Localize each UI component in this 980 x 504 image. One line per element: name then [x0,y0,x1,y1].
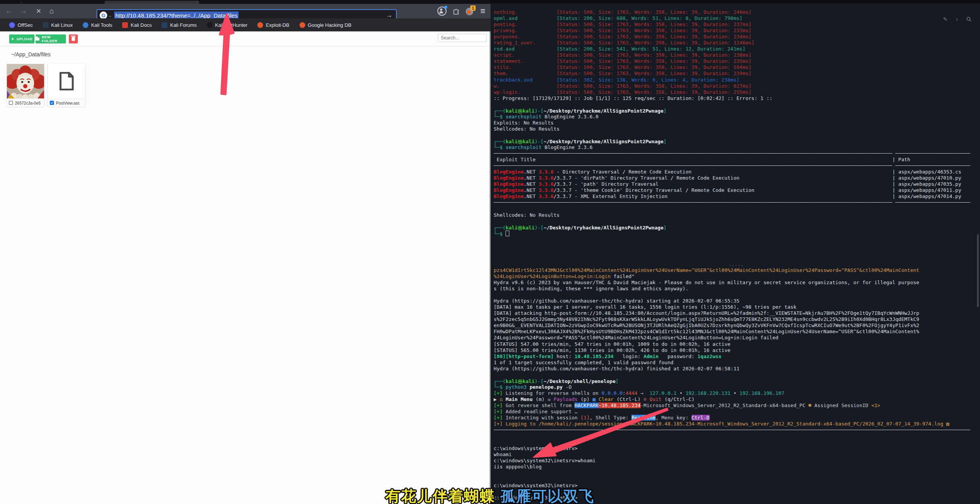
divider [0,46,490,46]
terminal-line: s (this is non-binding, these *** ignore… [494,286,978,292]
file-card[interactable]: ✓PostView.asc [48,64,85,106]
terminal-text: ⊘ [643,396,650,402]
bookmark-exploit-db[interactable]: Exploit-DB [257,22,289,28]
account-notification-dot [444,6,447,9]
terminal-text: • [730,390,739,396]
bookmark-kali-docs[interactable]: Kali Docs [122,22,152,28]
chevron-right-icon[interactable]: › [956,16,958,22]
terminal-text: | aspx/webapps/47011.py [892,187,961,193]
bookmark-google-hacking-db[interactable]: Google Hacking DB [299,22,352,28]
terminal-line: posting. [Status: 500, Size: 1763, Words… [494,21,978,28]
terminal-text: ┌──( [494,378,506,384]
account-icon[interactable] [437,7,447,16]
terminal-output[interactable]: nothing. [Status: 500, Size: 1763, Words… [494,3,978,504]
terminal-text: [Status: 500, Size: 1763, Words: 358, Li… [556,89,751,95]
terminal-text: | aspx/webapps/47010.py [892,175,961,181]
terminal-text: | aspx/webapps/47035.py [892,181,961,187]
terminal-text: /3.3.7 - 'path' Directory Traversal [554,181,892,187]
terminal-text: [Status: 500, Size: 1763, Words: 358, Li… [556,83,751,89]
file-thumbnail-document[interactable] [48,64,85,98]
chevron-down-icon[interactable]: ⌄ [108,13,112,18]
terminal-text: [DATA] attacking http-post-form://10.48.… [494,310,919,316]
bookmark-kali-linux[interactable]: Kali Linux [43,22,73,28]
terminal-text: Clear [599,396,614,402]
terminal-text: ────────────────────────────────────────… [494,427,970,433]
terminal-text: [STATUS] 547.00 tries/min, 547 tries in … [494,341,730,347]
back-button[interactable]: ← [3,4,15,18]
terminal-text: them. [494,70,556,76]
terminal-text: Hydra (https://github.com/vanhauser-thc/… [494,298,739,304]
terminal-line: BlogEngine.NET 3.3.6/3.3.7 - XML Externa… [494,193,978,200]
file-thumbnail-image[interactable] [7,64,44,98]
terminal-text: BlogEngine 3.3.6.0 [542,114,599,119]
terminal-text: [Status: 500, Size: 1763, Words: 358, Li… [556,28,751,33]
bookmark-icon [299,22,305,28]
terminal-text: 3.3.6 [538,193,553,199]
menu-button[interactable]: ≡ [480,7,485,15]
terminal-text: Got reverse shell from [506,403,574,408]
terminal-line: :: Progress: [17129/17129] :: Job [1/1] … [494,95,978,101]
terminal-text: , Shell Type: [589,415,632,421]
terminal-text: 3.3.6 [538,181,553,187]
bookmark-icon [257,22,263,28]
terminal-text: [80][http-post-form] [494,353,554,359]
file-card[interactable]: 26572c3a-0e5 [7,64,44,106]
upload-button[interactable]: + UPLOAD [9,34,34,43]
extensions-icon[interactable] [453,8,460,15]
terminal-window[interactable]: ✎ › nothing. [Status: 500, Size: 1763, W… [491,0,980,504]
terminal-text: /3.3.7 - 'dirPath' Directory Traversal /… [554,175,892,181]
site-favicon-google[interactable]: G [100,11,107,19]
terminal-line: pzs4CW1dIrt5kc12l43MNJ&ctl00%24MainConte… [494,267,978,273]
search-icon[interactable] [966,16,972,22]
terminal-text: script. [494,52,556,58]
go-arrow-icon[interactable]: → [386,11,393,19]
terminal-text: Assigned SessionID [814,403,871,408]
terminal-text: ┌──( [494,139,506,144]
terminal-text: ~10.48.185.234 [599,403,641,408]
home-button[interactable]: ⌂ [46,4,57,18]
file-checkbox[interactable] [9,101,13,105]
terminal-scrollbar[interactable] [977,234,979,307]
terminal-text: ~/Desktop/tryhackme/AllSignsPoint2Pwnage [543,108,663,114]
terminal-text: → [638,390,646,396]
bookmark-kali-forums[interactable]: Kali Forums [162,22,196,28]
terminal-line: c:\windows\system32\inetsrv> [494,445,978,452]
terminal-text: ▶ [494,396,500,402]
adblock-icon[interactable]: 1 [466,7,474,15]
terminal-line: ..... [494,261,978,267]
terminal-text: kali㉿kali [506,108,535,114]
terminal-text: .NET [524,175,538,181]
terminal-text: privmsg. [494,28,556,33]
terminal-text: ☠ [548,396,554,402]
browser-tab[interactable] [105,1,199,4]
edit-pencil-icon[interactable]: ✎ [943,16,948,22]
stop-button[interactable]: × [33,4,44,18]
file-checkbox[interactable]: ✓ [50,101,54,105]
bookmark-kali-nethunter[interactable]: Kali NetHunter [207,22,248,28]
terminal-text: statement. [494,58,556,64]
delete-button[interactable] [69,34,78,43]
terminal-text: ───────────────────────── [895,151,970,156]
terminal-text: )-[ [535,108,543,114]
terminal-text: .NET [524,187,538,193]
terminal-text: [Status: 500, Size: 1763, Words: 358, Li… [556,52,751,58]
terminal-text: Ctrl-D [692,415,710,421]
terminal-line: ┌──(kali㉿kali)-[~/Desktop/shell/penelope… [494,378,978,384]
terminal-text: | aspx/webapps/47014.py [892,193,961,199]
terminal-text: Main Menu [506,396,532,402]
terminal-text: 3.3.6 [538,175,553,181]
bookmark-kali-tools[interactable]: Kali Tools [83,22,112,28]
terminal-text: rsd.axd [494,46,556,52]
new-folder-button[interactable]: NEW FOLDER [36,34,66,43]
bookmark-icon [162,22,167,28]
terminal-line [494,372,978,378]
terminal-text: └─$ [494,114,506,119]
bookmark-label: Google Hacking DB [308,22,352,28]
bookmark-offsec[interactable]: OffSec [9,22,33,28]
terminal-text: Readline [632,415,656,421]
terminal-line: ┌──(kali㉿kali)-[~/Desktop/tryhackme/AllS… [494,108,978,114]
forward-button[interactable]: → [18,4,29,18]
terminal-text: s%2F2zec5q5nbG5J2Gmmy3Ny48V82IhNc%2Fyt96… [494,316,919,322]
terminal-text: stilo. [494,64,556,70]
search-input[interactable] [438,34,487,42]
